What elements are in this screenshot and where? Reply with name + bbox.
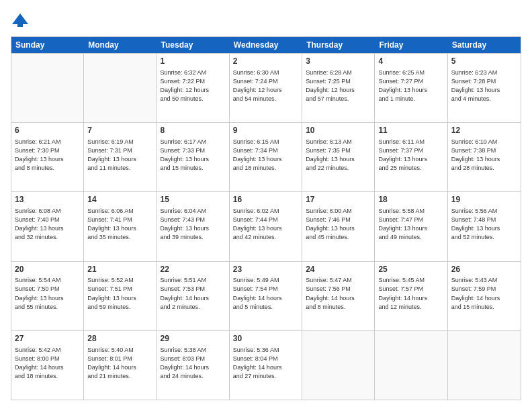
day-number: 3 (306, 56, 371, 67)
calendar-cell: 2Sunrise: 6:30 AM Sunset: 7:24 PM Daylig… (230, 54, 302, 122)
day-info: Sunrise: 6:30 AM Sunset: 7:24 PM Dayligh… (233, 68, 298, 103)
day-number: 19 (451, 194, 517, 205)
calendar-cell: 19Sunrise: 5:56 AM Sunset: 7:48 PM Dayli… (448, 192, 521, 261)
calendar-cell: 11Sunrise: 6:11 AM Sunset: 7:37 PM Dayli… (375, 123, 447, 191)
day-info: Sunrise: 5:51 AM Sunset: 7:53 PM Dayligh… (161, 276, 226, 311)
calendar-cell: 21Sunrise: 5:52 AM Sunset: 7:51 PM Dayli… (84, 262, 157, 330)
day-number: 28 (87, 333, 152, 345)
calendar-cell: 12Sunrise: 6:10 AM Sunset: 7:38 PM Dayli… (448, 123, 521, 191)
day-info: Sunrise: 5:54 AM Sunset: 7:50 PM Dayligh… (15, 276, 80, 311)
day-number: 8 (161, 125, 226, 136)
calendar-cell: 3Sunrise: 6:28 AM Sunset: 7:25 PM Daylig… (302, 54, 375, 122)
calendar-row-4: 20Sunrise: 5:54 AM Sunset: 7:50 PM Dayli… (11, 261, 521, 330)
calendar-cell: 17Sunrise: 6:00 AM Sunset: 7:46 PM Dayli… (302, 192, 375, 261)
calendar-cell: 13Sunrise: 6:08 AM Sunset: 7:40 PM Dayli… (11, 192, 84, 261)
day-info: Sunrise: 6:02 AM Sunset: 7:44 PM Dayligh… (233, 207, 298, 242)
weekday-header-monday: Monday (84, 37, 157, 53)
day-info: Sunrise: 6:13 AM Sunset: 7:35 PM Dayligh… (306, 138, 371, 173)
day-info: Sunrise: 5:58 AM Sunset: 7:47 PM Dayligh… (378, 207, 443, 242)
calendar-cell: 29Sunrise: 5:38 AM Sunset: 8:03 PM Dayli… (157, 331, 230, 400)
day-number: 4 (378, 56, 443, 67)
calendar-cell: 6Sunrise: 6:21 AM Sunset: 7:30 PM Daylig… (11, 123, 84, 191)
weekday-header-friday: Friday (375, 37, 447, 53)
calendar-cell (84, 54, 157, 122)
calendar-cell: 10Sunrise: 6:13 AM Sunset: 7:35 PM Dayli… (302, 123, 375, 191)
day-number: 27 (15, 333, 80, 345)
calendar-cell: 7Sunrise: 6:19 AM Sunset: 7:31 PM Daylig… (84, 123, 157, 191)
day-info: Sunrise: 5:42 AM Sunset: 8:00 PM Dayligh… (15, 346, 80, 381)
calendar-cell: 25Sunrise: 5:45 AM Sunset: 7:57 PM Dayli… (375, 262, 447, 330)
calendar-cell: 1Sunrise: 6:32 AM Sunset: 7:22 PM Daylig… (157, 54, 230, 122)
day-number: 17 (306, 194, 371, 205)
calendar-cell (302, 331, 375, 400)
calendar-cell: 23Sunrise: 5:49 AM Sunset: 7:54 PM Dayli… (230, 262, 302, 330)
calendar-row-5: 27Sunrise: 5:42 AM Sunset: 8:00 PM Dayli… (11, 330, 521, 400)
day-info: Sunrise: 5:52 AM Sunset: 7:51 PM Dayligh… (87, 276, 152, 311)
calendar-cell: 27Sunrise: 5:42 AM Sunset: 8:00 PM Dayli… (11, 331, 84, 400)
day-number: 24 (306, 264, 371, 275)
day-number: 12 (451, 125, 517, 136)
day-number: 14 (87, 194, 152, 205)
logo (11, 11, 32, 30)
day-info: Sunrise: 6:06 AM Sunset: 7:41 PM Dayligh… (87, 207, 152, 242)
day-number: 22 (161, 264, 226, 275)
day-info: Sunrise: 6:04 AM Sunset: 7:43 PM Dayligh… (161, 207, 226, 242)
calendar: SundayMondayTuesdayWednesdayThursdayFrid… (11, 36, 521, 400)
calendar-cell: 22Sunrise: 5:51 AM Sunset: 7:53 PM Dayli… (157, 262, 230, 330)
calendar-cell (375, 331, 447, 400)
logo-icon (11, 11, 30, 30)
day-info: Sunrise: 6:15 AM Sunset: 7:34 PM Dayligh… (233, 138, 298, 173)
weekday-header-wednesday: Wednesday (230, 37, 302, 53)
day-info: Sunrise: 6:23 AM Sunset: 7:28 PM Dayligh… (451, 68, 517, 103)
day-info: Sunrise: 6:28 AM Sunset: 7:25 PM Dayligh… (306, 68, 371, 103)
calendar-cell (11, 54, 84, 122)
calendar-row-1: 1Sunrise: 6:32 AM Sunset: 7:22 PM Daylig… (11, 53, 521, 122)
calendar-cell: 24Sunrise: 5:47 AM Sunset: 7:56 PM Dayli… (302, 262, 375, 330)
day-info: Sunrise: 6:25 AM Sunset: 7:27 PM Dayligh… (378, 68, 443, 103)
calendar-header: SundayMondayTuesdayWednesdayThursdayFrid… (11, 37, 521, 53)
day-number: 5 (451, 56, 517, 67)
weekday-header-sunday: Sunday (11, 37, 84, 53)
page: SundayMondayTuesdayWednesdayThursdayFrid… (0, 0, 532, 411)
day-info: Sunrise: 6:08 AM Sunset: 7:40 PM Dayligh… (15, 207, 80, 242)
day-info: Sunrise: 5:45 AM Sunset: 7:57 PM Dayligh… (378, 276, 443, 311)
day-number: 26 (451, 264, 517, 275)
calendar-cell: 20Sunrise: 5:54 AM Sunset: 7:50 PM Dayli… (11, 262, 84, 330)
calendar-cell: 8Sunrise: 6:17 AM Sunset: 7:33 PM Daylig… (157, 123, 230, 191)
day-number: 11 (378, 125, 443, 136)
day-number: 23 (233, 264, 298, 275)
calendar-cell: 14Sunrise: 6:06 AM Sunset: 7:41 PM Dayli… (84, 192, 157, 261)
day-number: 9 (233, 125, 298, 136)
calendar-row-3: 13Sunrise: 6:08 AM Sunset: 7:40 PM Dayli… (11, 191, 521, 261)
svg-rect-1 (17, 21, 23, 27)
day-number: 13 (15, 194, 80, 205)
weekday-header-thursday: Thursday (302, 37, 375, 53)
day-info: Sunrise: 5:36 AM Sunset: 8:04 PM Dayligh… (233, 346, 298, 381)
day-number: 16 (233, 194, 298, 205)
day-info: Sunrise: 5:47 AM Sunset: 7:56 PM Dayligh… (306, 276, 371, 311)
day-info: Sunrise: 5:40 AM Sunset: 8:01 PM Dayligh… (87, 346, 152, 381)
day-number: 15 (161, 194, 226, 205)
day-number: 10 (306, 125, 371, 136)
calendar-row-2: 6Sunrise: 6:21 AM Sunset: 7:30 PM Daylig… (11, 122, 521, 191)
day-number: 7 (87, 125, 152, 136)
calendar-cell: 5Sunrise: 6:23 AM Sunset: 7:28 PM Daylig… (448, 54, 521, 122)
calendar-cell: 18Sunrise: 5:58 AM Sunset: 7:47 PM Dayli… (375, 192, 447, 261)
day-number: 30 (233, 333, 298, 345)
calendar-cell: 30Sunrise: 5:36 AM Sunset: 8:04 PM Dayli… (230, 331, 302, 400)
day-info: Sunrise: 6:32 AM Sunset: 7:22 PM Dayligh… (161, 68, 226, 103)
day-info: Sunrise: 6:00 AM Sunset: 7:46 PM Dayligh… (306, 207, 371, 242)
day-number: 2 (233, 56, 298, 67)
day-number: 1 (161, 56, 226, 67)
day-number: 21 (87, 264, 152, 275)
day-info: Sunrise: 5:56 AM Sunset: 7:48 PM Dayligh… (451, 207, 517, 242)
calendar-cell: 15Sunrise: 6:04 AM Sunset: 7:43 PM Dayli… (157, 192, 230, 261)
day-number: 20 (15, 264, 80, 275)
calendar-cell: 16Sunrise: 6:02 AM Sunset: 7:44 PM Dayli… (230, 192, 302, 261)
day-info: Sunrise: 6:19 AM Sunset: 7:31 PM Dayligh… (87, 138, 152, 173)
weekday-header-tuesday: Tuesday (157, 37, 230, 53)
calendar-cell: 28Sunrise: 5:40 AM Sunset: 8:01 PM Dayli… (84, 331, 157, 400)
calendar-cell: 4Sunrise: 6:25 AM Sunset: 7:27 PM Daylig… (375, 54, 447, 122)
day-number: 29 (161, 333, 226, 345)
day-number: 25 (378, 264, 443, 275)
